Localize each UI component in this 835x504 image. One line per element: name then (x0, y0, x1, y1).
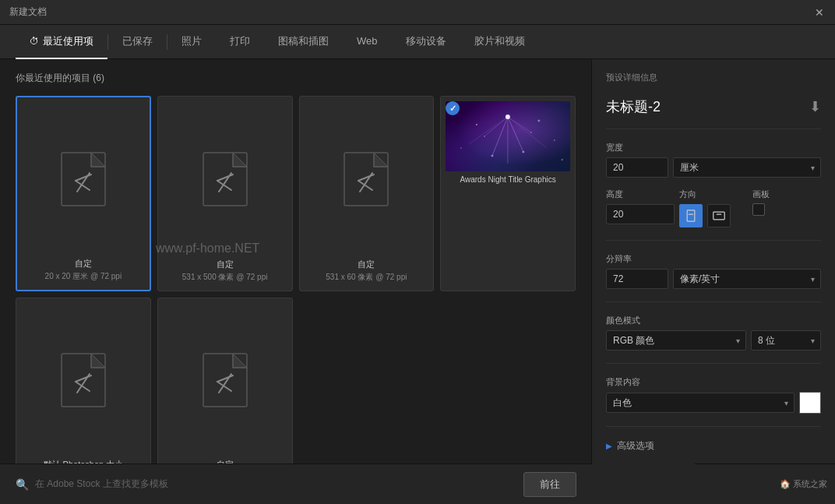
svg-line-17 (469, 117, 508, 144)
recent-section-title: 你最近使用的项目 (6) (16, 72, 576, 85)
svg-point-28 (562, 159, 563, 160)
bg-content-row: 白色 黑色 背景色 透明 (606, 392, 821, 414)
width-field: 宽度 厘米 像素 英寸 毫米 (606, 142, 821, 178)
svg-line-12 (492, 117, 508, 156)
window-title: 新建文档 (9, 5, 47, 19)
svg-point-21 (523, 150, 525, 153)
recent-card-6[interactable]: 自定 497 x 77 像素 @ 96.012 ppi (157, 298, 293, 492)
card-icon-area-6 (164, 306, 286, 454)
tab-art-illustration[interactable]: 图稿和插图 (264, 25, 343, 59)
recent-card-5[interactable]: 默认 Photoshop 大小 16 x 12 厘米 @ 300 ppi (16, 298, 151, 492)
advanced-label: 高级选项 (617, 439, 654, 453)
divider-3 (606, 301, 821, 302)
card-label-1: 自定 (75, 258, 92, 270)
card-sublabel-3: 531 x 60 像素 @ 72 ppi (326, 272, 407, 283)
goto-button[interactable]: 前往 (523, 472, 576, 497)
logo-text: 🏠 系统之家 (780, 478, 827, 490)
color-mode-label: 颜色模式 (606, 315, 821, 326)
recent-card-2[interactable]: 自定 531 x 500 像素 @ 72 ppi (157, 96, 293, 291)
width-label: 宽度 (606, 142, 821, 153)
orientation-label: 方向 (679, 189, 748, 200)
doc-icon-6 (202, 352, 248, 408)
bg-color-swatch[interactable] (799, 392, 821, 414)
resolution-input[interactable] (606, 269, 668, 289)
divider-4 (606, 363, 821, 364)
svg-point-27 (460, 147, 462, 149)
svg-rect-39 (713, 212, 724, 220)
color-mode-select[interactable]: RGB 颜色 CMYK 颜色 灰度 (606, 330, 746, 351)
card-label-2: 自定 (217, 259, 234, 270)
doc-icon-2 (202, 151, 248, 207)
advanced-options-row[interactable]: ▶ 高级选项 (606, 439, 821, 453)
canvas-field: 画板 (752, 189, 821, 227)
resolution-unit-select[interactable]: 像素/英寸 像素/厘米 (673, 269, 821, 289)
canvas-label: 画板 (752, 189, 821, 200)
svg-point-24 (476, 124, 477, 125)
color-mode-field: 颜色模式 RGB 颜色 CMYK 颜色 灰度 8 位 16 位 32 位 (606, 315, 821, 351)
resolution-label: 分辩率 (606, 253, 821, 265)
width-unit-select[interactable]: 厘米 像素 英寸 毫米 (673, 157, 821, 178)
resolution-field: 分辩率 像素/英寸 像素/厘米 (606, 253, 821, 289)
card-icon-area-5 (23, 306, 144, 454)
preset-title-row: 未标题-2 ⬇ (606, 97, 821, 116)
bg-content-field: 背景内容 白色 黑色 背景色 透明 (606, 376, 821, 414)
clock-icon: ⏱ (30, 36, 39, 47)
bg-content-select[interactable]: 白色 黑色 背景色 透明 (606, 393, 794, 413)
bg-content-select-wrap: 白色 黑色 背景色 透明 (606, 393, 794, 413)
recent-card-3[interactable]: 自定 531 x 60 像素 @ 72 ppi (299, 96, 435, 291)
svg-point-26 (554, 139, 555, 141)
height-label: 高度 (606, 189, 675, 200)
width-input[interactable] (606, 157, 668, 178)
tab-film-video[interactable]: 胶片和视频 (460, 25, 539, 59)
card-label-3: 自定 (358, 259, 375, 270)
divider-5 (606, 426, 821, 427)
card-icon-area-3 (306, 104, 428, 254)
tab-saved[interactable]: 已保存 (108, 25, 167, 59)
tab-bar: ⏱ 最近使用项 已保存 照片 打印 图稿和插图 Web 移动设备 胶片和视频 (0, 25, 835, 59)
bottom-logo: 🏠 系统之家 (695, 463, 835, 504)
card-icon-area-1 (23, 105, 143, 253)
tab-recent[interactable]: ⏱ 最近使用项 (16, 25, 107, 59)
tab-photo[interactable]: 照片 (167, 25, 216, 59)
svg-rect-37 (687, 210, 695, 221)
resolution-unit-select-wrap: 像素/英寸 像素/厘米 (673, 269, 821, 289)
window-controls: ✕ (813, 6, 826, 19)
recent-card-1[interactable]: 自定 20 x 20 厘米 @ 72 ppi (16, 96, 151, 291)
card-icon-area-2 (164, 104, 286, 254)
color-depth-select-wrap: 8 位 16 位 32 位 (751, 330, 821, 351)
download-icon[interactable]: ⬇ (809, 98, 821, 115)
width-input-row: 厘米 像素 英寸 毫米 (606, 157, 821, 178)
right-panel: 预设详细信息 未标题-2 ⬇ 宽度 厘米 像素 英寸 毫米 (592, 59, 835, 504)
svg-line-16 (508, 117, 547, 148)
close-button[interactable]: ✕ (813, 6, 826, 19)
preset-name: 未标题-2 (606, 97, 661, 116)
canvas-checkbox-row (752, 203, 821, 216)
title-bar: 新建文档 ✕ (0, 0, 835, 25)
orientation-field: 方向 (679, 189, 748, 227)
color-depth-select[interactable]: 8 位 16 位 32 位 (751, 330, 821, 351)
doc-icon-3 (343, 151, 389, 207)
recent-card-4[interactable]: ✓ (440, 96, 576, 291)
left-panel: 你最近使用的项目 (6) 自定 (0, 59, 592, 504)
awards-thumbnail (446, 101, 570, 171)
bg-content-label: 背景内容 (606, 376, 821, 388)
search-icon: 🔍 (16, 478, 29, 491)
tab-mobile[interactable]: 移动设备 (392, 25, 460, 59)
svg-rect-40 (717, 214, 721, 215)
portrait-button[interactable] (679, 204, 703, 227)
svg-point-23 (530, 132, 532, 133)
height-field: 高度 (606, 189, 675, 227)
resolution-input-row: 像素/英寸 像素/厘米 (606, 269, 821, 289)
svg-point-22 (484, 136, 485, 137)
bottom-bar: 🔍 在 Adobe Stock 上查找更多模板 前往 (0, 463, 592, 504)
canvas-checkbox[interactable] (752, 203, 765, 216)
card-label-4: Awards Night Title Graphics (460, 174, 556, 185)
height-orient-row: 高度 方向 画板 (606, 189, 821, 227)
tab-print[interactable]: 打印 (216, 25, 264, 59)
tab-web[interactable]: Web (343, 25, 392, 59)
card-sublabel-1: 20 x 20 厘米 @ 72 ppi (45, 271, 122, 282)
landscape-button[interactable] (707, 204, 731, 227)
panel-section-title: 预设详细信息 (606, 72, 821, 83)
svg-point-20 (491, 154, 494, 157)
height-input[interactable] (606, 204, 675, 224)
